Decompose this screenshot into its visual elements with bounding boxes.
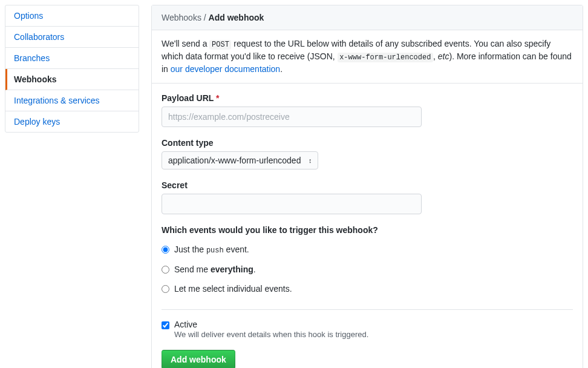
secret-input[interactable] (162, 194, 422, 214)
content-type-select[interactable]: application/x-www-form-urlencoded ↕ (162, 151, 318, 169)
code-urlencoded: x-www-form-urlencoded (338, 53, 433, 62)
chevron-updown-icon: ↕ (309, 157, 312, 164)
sidebar-item-options[interactable]: Options (5, 5, 139, 27)
sidebar-item-integrations[interactable]: Integrations & services (5, 90, 139, 111)
payload-url-group: Payload URL * (162, 93, 573, 127)
radio-individual-input[interactable] (162, 285, 169, 293)
breadcrumb-current: Add webhook (209, 13, 264, 22)
content-type-value: application/x-www-form-urlencoded (168, 156, 301, 165)
sidebar-nav: Options Collaborators Branches Webhooks … (5, 5, 139, 133)
add-webhook-button[interactable]: Add webhook (162, 350, 235, 368)
breadcrumb-parent: Webhooks (162, 13, 201, 22)
divider (162, 309, 573, 310)
radio-everything-input[interactable] (162, 266, 169, 274)
events-group: Which events would you like to trigger t… (162, 225, 573, 298)
radio-everything[interactable]: Send me everything. (162, 260, 573, 279)
events-label: Which events would you like to trigger t… (162, 225, 573, 235)
payload-url-label: Payload URL * (162, 93, 573, 103)
main-content: Webhooks / Add webhook We'll send a POST… (151, 5, 583, 368)
sidebar-item-collaborators[interactable]: Collaborators (5, 27, 139, 48)
active-description: We will deliver event details when this … (174, 330, 368, 339)
breadcrumb-separator: / (201, 13, 209, 22)
required-indicator: * (216, 93, 219, 103)
form-body: Payload URL * Content type application/x… (152, 84, 583, 368)
developer-docs-link[interactable]: our developer documentation (171, 64, 280, 74)
secret-label: Secret (162, 180, 573, 190)
panel-description: We'll send a POST request to the URL bel… (152, 30, 583, 84)
radio-just-push[interactable]: Just the push event. (162, 240, 573, 260)
payload-url-input[interactable] (162, 107, 422, 127)
settings-sidebar: Options Collaborators Branches Webhooks … (5, 5, 139, 368)
secret-group: Secret (162, 180, 573, 214)
sidebar-item-branches[interactable]: Branches (5, 48, 139, 69)
radio-individual[interactable]: Let me select individual events. (162, 279, 573, 298)
breadcrumb: Webhooks / Add webhook (152, 5, 583, 30)
radio-just-push-input[interactable] (162, 246, 169, 254)
content-type-label: Content type (162, 138, 573, 148)
content-type-group: Content type application/x-www-form-urle… (162, 138, 573, 169)
code-post: POST (209, 40, 231, 50)
active-checkbox[interactable] (162, 321, 169, 329)
webhook-panel: Webhooks / Add webhook We'll send a POST… (151, 5, 583, 368)
active-group: Active We will deliver event details whe… (162, 320, 573, 339)
sidebar-item-deploy-keys[interactable]: Deploy keys (5, 111, 139, 132)
sidebar-item-webhooks[interactable]: Webhooks (5, 69, 139, 90)
active-label: Active (174, 320, 368, 329)
